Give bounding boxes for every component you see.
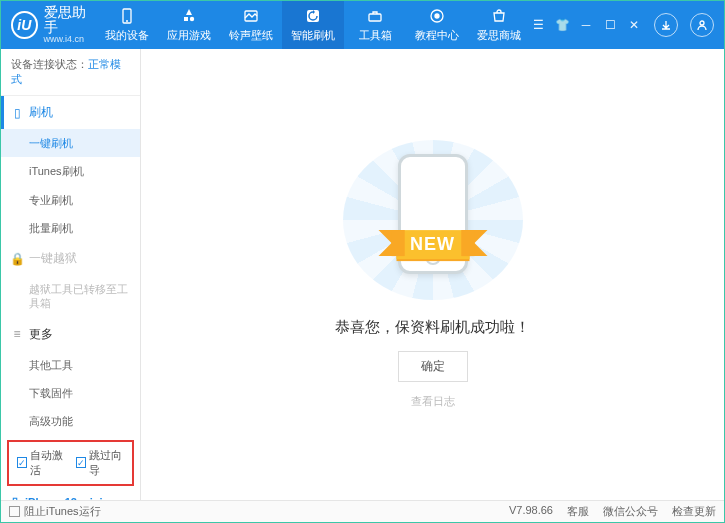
menu-icon[interactable]: ☰ xyxy=(530,17,546,33)
sidebar: 设备连接状态：正常模式 ▯ 刷机 一键刷机 iTunes刷机 专业刷机 批量刷机… xyxy=(1,49,141,500)
more-icon: ≡ xyxy=(11,328,23,340)
checkbox-highlight: ✓自动激活 ✓跳过向导 xyxy=(7,440,134,486)
window-controls: ☰ 👕 ─ ☐ ✕ xyxy=(530,13,714,37)
sidebar-section-jailbreak[interactable]: 🔒 一键越狱 xyxy=(1,242,140,275)
device-icon: ▯ xyxy=(9,496,21,500)
svg-rect-6 xyxy=(369,14,381,21)
phone-icon xyxy=(118,7,136,25)
success-message: 恭喜您，保资料刷机成功啦！ xyxy=(335,318,530,337)
nav-ringtone[interactable]: 铃声壁纸 xyxy=(220,1,282,49)
checkbox-block-itunes[interactable]: 阻止iTunes运行 xyxy=(9,504,101,519)
new-ribbon: NEW xyxy=(396,230,469,259)
sidebar-item-batch[interactable]: 批量刷机 xyxy=(1,214,140,242)
wallpaper-icon xyxy=(242,7,260,25)
minimize-icon[interactable]: ─ xyxy=(578,17,594,33)
app-url: www.i4.cn xyxy=(44,35,97,45)
ok-button[interactable]: 确定 xyxy=(398,351,468,382)
tutorial-icon xyxy=(428,7,446,25)
svg-rect-2 xyxy=(184,17,188,21)
phone-small-icon: ▯ xyxy=(11,107,23,119)
nav-apps[interactable]: 应用游戏 xyxy=(158,1,220,49)
titlebar: iU 爱思助手 www.i4.cn 我的设备 应用游戏 铃声壁纸 智能刷机 工具… xyxy=(1,1,724,49)
apps-icon xyxy=(180,7,198,25)
view-log-link[interactable]: 查看日志 xyxy=(411,394,455,409)
device-info[interactable]: ▯iPhone 12 mini 64GB Down-12mini-13,1 xyxy=(1,490,140,500)
sidebar-item-other[interactable]: 其他工具 xyxy=(1,351,140,379)
close-icon[interactable]: ✕ xyxy=(626,17,642,33)
wechat-link[interactable]: 微信公众号 xyxy=(603,504,658,519)
svg-point-3 xyxy=(190,17,194,21)
app-logo: iU 爱思助手 www.i4.cn xyxy=(11,5,96,46)
svg-point-9 xyxy=(700,21,704,25)
app-name: 爱思助手 xyxy=(44,5,97,36)
nav-my-device[interactable]: 我的设备 xyxy=(96,1,158,49)
lock-icon: 🔒 xyxy=(11,253,23,265)
flash-icon xyxy=(304,7,322,25)
nav-flash[interactable]: 智能刷机 xyxy=(282,1,344,49)
success-illustration: NEW xyxy=(343,140,523,300)
svg-point-8 xyxy=(435,14,439,18)
nav-tutorial[interactable]: 教程中心 xyxy=(406,1,468,49)
version-label: V7.98.66 xyxy=(509,504,553,519)
download-icon[interactable] xyxy=(654,13,678,37)
maximize-icon[interactable]: ☐ xyxy=(602,17,618,33)
nav-toolbox[interactable]: 工具箱 xyxy=(344,1,406,49)
store-icon xyxy=(490,7,508,25)
logo-icon: iU xyxy=(11,11,38,39)
checkbox-auto-activate[interactable]: ✓自动激活 xyxy=(17,448,66,478)
sidebar-item-oneclick[interactable]: 一键刷机 xyxy=(1,129,140,157)
sidebar-section-more[interactable]: ≡ 更多 xyxy=(1,318,140,351)
sidebar-item-download-fw[interactable]: 下载固件 xyxy=(1,379,140,407)
sidebar-item-itunes[interactable]: iTunes刷机 xyxy=(1,157,140,185)
user-icon[interactable] xyxy=(690,13,714,37)
statusbar: 阻止iTunes运行 V7.98.66 客服 微信公众号 检查更新 xyxy=(1,500,724,522)
sidebar-item-pro[interactable]: 专业刷机 xyxy=(1,186,140,214)
sidebar-jailbreak-note: 越狱工具已转移至工具箱 xyxy=(1,275,140,318)
skin-icon[interactable]: 👕 xyxy=(554,17,570,33)
connection-status: 设备连接状态：正常模式 xyxy=(1,49,140,96)
checkbox-skip-setup[interactable]: ✓跳过向导 xyxy=(76,448,125,478)
sidebar-item-advanced[interactable]: 高级功能 xyxy=(1,407,140,435)
check-update-link[interactable]: 检查更新 xyxy=(672,504,716,519)
support-link[interactable]: 客服 xyxy=(567,504,589,519)
sidebar-section-flash[interactable]: ▯ 刷机 xyxy=(1,96,140,129)
main-content: NEW 恭喜您，保资料刷机成功啦！ 确定 查看日志 xyxy=(141,49,724,500)
toolbox-icon xyxy=(366,7,384,25)
main-nav: 我的设备 应用游戏 铃声壁纸 智能刷机 工具箱 教程中心 爱思商城 xyxy=(96,1,530,49)
nav-store[interactable]: 爱思商城 xyxy=(468,1,530,49)
